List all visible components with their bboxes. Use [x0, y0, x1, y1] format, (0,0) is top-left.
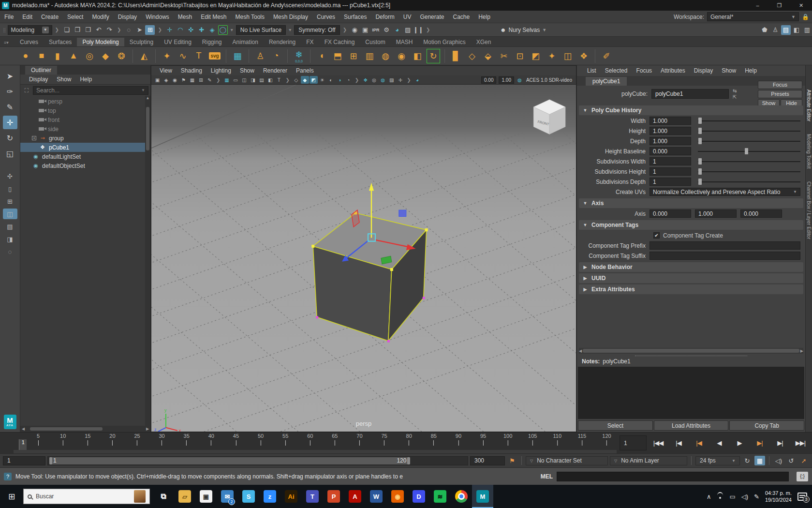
- ae-node-tab[interactable]: polyCube1: [586, 77, 627, 86]
- isolate-select-icon[interactable]: ◍: [379, 76, 387, 84]
- grip-handle[interactable]: ⣿: [3, 28, 6, 32]
- ae-menu-help[interactable]: Help: [740, 67, 761, 74]
- snap-grid-icon[interactable]: ✛: [165, 25, 175, 35]
- taskbar-app-file-explorer[interactable]: ▱: [174, 485, 195, 508]
- script-editor-icon[interactable]: {;}: [797, 472, 808, 481]
- attr-slider[interactable]: [698, 178, 800, 185]
- type-icon[interactable]: T: [192, 48, 206, 64]
- slider-handle[interactable]: [698, 128, 702, 134]
- section-component-tags[interactable]: ▼Component Tags: [579, 220, 803, 230]
- resolution-gate-icon[interactable]: ◫: [240, 76, 248, 84]
- close-button[interactable]: ✕: [790, 0, 812, 11]
- taskbar-app-powerpoint[interactable]: P: [323, 485, 344, 508]
- colorspace-icon[interactable]: ◍: [516, 76, 524, 84]
- make-live-icon[interactable]: ◯: [218, 25, 228, 35]
- taskbar-clock[interactable]: 04:37 p. m. 19/10/2024: [765, 490, 792, 503]
- render-current-frame-icon[interactable]: ▣: [360, 25, 370, 35]
- taskbar-app-spotify[interactable]: ≋: [429, 485, 451, 508]
- shelf-options-icon[interactable]: ≡▾: [4, 40, 9, 45]
- ae-menu-attributes[interactable]: Attributes: [656, 67, 690, 74]
- checkbox-icon[interactable]: ✔: [653, 232, 660, 239]
- extract-icon[interactable]: ▥: [362, 48, 377, 64]
- time-icon[interactable]: ◔: [269, 48, 283, 64]
- node-name-field[interactable]: polyCube1: [651, 89, 729, 99]
- mel-label[interactable]: MEL: [541, 473, 553, 480]
- user-account-menu[interactable]: ☻Nury Selvas▼: [500, 27, 546, 33]
- viewport-scene[interactable]: FRONT y x z persp: [151, 85, 576, 432]
- select-button[interactable]: Select: [578, 420, 653, 431]
- menu-mesh-display[interactable]: Mesh Display: [269, 11, 312, 23]
- attr-value-field[interactable]: 1.000: [650, 127, 691, 135]
- grease-pencil-icon[interactable]: ✎: [206, 76, 214, 84]
- view-cube[interactable]: FRONT: [533, 100, 565, 134]
- ae-menu-list[interactable]: List: [583, 67, 601, 74]
- select-component-icon[interactable]: ⊞: [145, 25, 155, 35]
- attr-slider[interactable]: [698, 137, 800, 145]
- step-forward-frame-button[interactable]: ▶|: [770, 436, 790, 450]
- menu-curves[interactable]: Curves: [312, 11, 340, 23]
- notification-center-icon[interactable]: 3: [797, 493, 807, 501]
- ae-menu-focus[interactable]: Focus: [632, 67, 656, 74]
- lock-camera-icon[interactable]: ◈: [162, 76, 170, 84]
- snap-point-icon[interactable]: ✜: [186, 25, 196, 35]
- focus-button[interactable]: Focus: [758, 81, 802, 89]
- smooth-icon[interactable]: ◉: [394, 48, 409, 64]
- animation-end-field[interactable]: 300: [470, 456, 505, 465]
- maximize-button[interactable]: ❐: [768, 0, 790, 11]
- select-tool[interactable]: ➤: [3, 69, 17, 83]
- play-backwards-button[interactable]: ◀: [709, 436, 729, 450]
- shelf-tab-xgen[interactable]: XGen: [471, 38, 497, 46]
- menu-create[interactable]: Create: [37, 11, 63, 23]
- copy-tab-button[interactable]: Copy Tab: [729, 420, 804, 431]
- timeline-ruler[interactable]: 1 51015202530354045505560657075808590951…: [14, 433, 617, 453]
- tray-chevron-up-icon[interactable]: ∧: [707, 493, 711, 500]
- taskbar-search-input[interactable]: Buscar: [23, 489, 150, 504]
- slider-handle[interactable]: [698, 168, 702, 175]
- outliner-menu-display[interactable]: Display: [25, 76, 52, 83]
- cylinder-icon[interactable]: ▮: [50, 48, 65, 64]
- shelf-tab-custom[interactable]: Custom: [360, 38, 390, 46]
- slider-handle[interactable]: [745, 148, 748, 154]
- outliner-item-defaultLightSet[interactable]: ◉defaultLightSet: [20, 152, 150, 161]
- outliner-item-persp[interactable]: persp: [20, 97, 150, 106]
- menu-windows[interactable]: Windows: [141, 11, 174, 23]
- menu-surfaces[interactable]: Surfaces: [340, 11, 371, 23]
- step-forward-key-button[interactable]: ▶|: [750, 436, 769, 450]
- taskbar-app-chrome[interactable]: [451, 485, 472, 508]
- outliner-menu-show[interactable]: Show: [53, 76, 75, 83]
- animation-start-field[interactable]: 1: [3, 456, 45, 465]
- disc-icon[interactable]: ❂: [114, 48, 129, 64]
- shadows-icon[interactable]: ◐: [327, 76, 335, 84]
- section-poly-cube-history[interactable]: ▼Poly Cube History: [579, 105, 803, 115]
- step-back-key-button[interactable]: |◀: [689, 436, 709, 450]
- shelf-tab-mash[interactable]: MASH: [391, 38, 418, 46]
- taskbar-app-acrobat[interactable]: A: [344, 485, 366, 508]
- speaker-icon[interactable]: ◁): [741, 493, 748, 500]
- ipr-render-icon[interactable]: IPR: [371, 25, 381, 35]
- tool-settings-icon[interactable]: ◧: [792, 25, 801, 35]
- ao-icon[interactable]: ◑: [336, 76, 344, 84]
- current-frame-marker[interactable]: 1: [19, 439, 27, 450]
- split-pane-layout[interactable]: ▤: [3, 221, 17, 232]
- motion-blur-icon[interactable]: ◔: [344, 76, 353, 84]
- channel-box-icon[interactable]: ▥: [802, 25, 812, 35]
- joint-xray-icon[interactable]: ✛: [396, 76, 404, 84]
- shelf-tab-curves[interactable]: Curves: [15, 38, 44, 46]
- gate-mask-icon[interactable]: ◨: [249, 76, 257, 84]
- hypershade-layout[interactable]: ◨: [3, 234, 17, 244]
- menu-modify[interactable]: Modify: [88, 11, 113, 23]
- menu-mesh-tools[interactable]: Mesh Tools: [231, 11, 269, 23]
- attribute-editor-icon[interactable]: ▤: [781, 25, 791, 35]
- attr-slider[interactable]: [698, 158, 800, 165]
- menu-display[interactable]: Display: [114, 11, 141, 23]
- combine-icon[interactable]: ⬒: [330, 48, 345, 64]
- component-tag-suffix-field[interactable]: [650, 252, 800, 260]
- modeling-toolkit-grid-icon[interactable]: ▦: [230, 48, 245, 64]
- outliner-item-group[interactable]: +⇝group: [20, 134, 150, 143]
- open-scene-icon[interactable]: ❐: [73, 25, 82, 35]
- mirror-icon[interactable]: ◧: [410, 48, 425, 64]
- loop-playback-icon[interactable]: ↻: [742, 456, 753, 465]
- redo-icon[interactable]: ↷: [104, 25, 114, 35]
- display-icon[interactable]: ▭: [729, 493, 735, 500]
- move-tool[interactable]: ✛: [3, 116, 17, 129]
